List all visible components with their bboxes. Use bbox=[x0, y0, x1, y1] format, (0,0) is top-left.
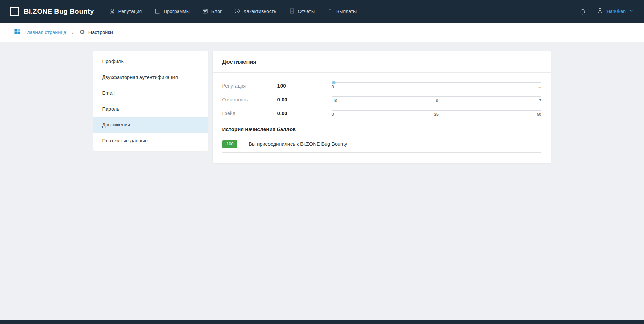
scale-max: 7 bbox=[537, 99, 541, 103]
nav-item-label: Выплаты bbox=[336, 9, 357, 14]
sidebar-item-achievements[interactable]: Достижения bbox=[93, 117, 208, 133]
breadcrumb: Главная страница › ⚙ Настройки bbox=[0, 23, 644, 42]
reporting-scale-slider: -10 0 7 bbox=[332, 96, 541, 103]
scale-min: 0 bbox=[332, 112, 336, 117]
hackactivity-icon bbox=[234, 8, 240, 15]
metric-label: Репутация bbox=[222, 83, 277, 89]
sidebar-item-email[interactable]: Email bbox=[93, 85, 208, 101]
metric-row-reputation: Репутация 100 0 ∞ bbox=[222, 82, 541, 89]
breadcrumb-current: ⚙ Настройки bbox=[79, 29, 113, 36]
breadcrumb-separator-icon: › bbox=[72, 29, 74, 35]
history-entry: 100 Вы присоединились к Bi.ZONE Bug Boun… bbox=[222, 140, 541, 153]
breadcrumb-current-label: Настройки bbox=[88, 30, 113, 35]
reports-icon bbox=[289, 8, 295, 15]
footer-bar bbox=[0, 320, 644, 324]
points-badge: 100 bbox=[222, 140, 238, 148]
metric-value: 0.00 bbox=[277, 97, 332, 102]
history-title: История начисления баллов bbox=[222, 126, 541, 132]
gear-icon: ⚙ bbox=[79, 29, 85, 36]
breadcrumb-home-label: Главная страница bbox=[24, 30, 66, 35]
sidebar-item-profile[interactable]: Профиль bbox=[93, 53, 208, 69]
slider-dot bbox=[332, 81, 336, 84]
notifications-bell-icon[interactable] bbox=[579, 8, 586, 15]
nav-item-label: Отчеты bbox=[298, 9, 315, 14]
sidebar-item-password[interactable]: Пароль bbox=[93, 101, 208, 117]
nav-item-label: Программы bbox=[163, 9, 190, 14]
scale-min: -10 bbox=[332, 99, 337, 103]
slider-scale: 0 25 50 bbox=[332, 112, 541, 117]
slider-track bbox=[332, 82, 541, 83]
history-entry-text: Вы присоединились к Bi.ZONE Bug Bounty bbox=[249, 141, 347, 147]
metric-value: 0.00 bbox=[277, 110, 332, 116]
slider-scale: -10 0 7 bbox=[332, 99, 541, 103]
main-navigation: Репутация Программы Блог Хакактивность bbox=[109, 8, 579, 15]
nav-item-programs[interactable]: Программы bbox=[154, 8, 190, 15]
scale-mid: 0 bbox=[435, 99, 439, 103]
user-name: Han0ken bbox=[606, 9, 626, 14]
scale-mid bbox=[434, 85, 439, 89]
user-menu[interactable]: Han0ken bbox=[597, 7, 634, 16]
metric-value: 100 bbox=[277, 83, 332, 89]
brand-title: BI.ZONE Bug Bounty bbox=[24, 8, 94, 16]
reputation-icon bbox=[109, 8, 115, 15]
blog-icon bbox=[202, 8, 208, 15]
sidebar-item-two-factor[interactable]: Двухфакторная аутентификация bbox=[93, 69, 208, 85]
achievements-panel: Достижения Репутация 100 0 ∞ bbox=[213, 51, 551, 163]
scale-max: 50 bbox=[537, 112, 541, 117]
chevron-down-icon bbox=[629, 8, 634, 14]
nav-item-label: Блог bbox=[211, 9, 222, 14]
brand-logo-link[interactable]: BI.ZONE Bug Bounty bbox=[10, 7, 94, 16]
slider-scale: 0 ∞ bbox=[332, 85, 541, 89]
nav-item-label: Хакактивность bbox=[243, 9, 276, 14]
slider-track bbox=[332, 110, 541, 111]
nav-item-hackactivity[interactable]: Хакактивность bbox=[234, 8, 276, 15]
points-history-section: История начисления баллов 100 Вы присоед… bbox=[222, 125, 541, 153]
sidebar-item-payment-details[interactable]: Платежные данные bbox=[93, 133, 208, 149]
payouts-icon bbox=[327, 8, 333, 15]
breadcrumb-home-link[interactable]: Главная страница bbox=[14, 28, 66, 37]
scale-mid: 25 bbox=[434, 112, 439, 117]
content-area: Профиль Двухфакторная аутентификация Ema… bbox=[93, 51, 551, 163]
top-navbar: BI.ZONE Bug Bounty Репутация Программы Б… bbox=[0, 0, 644, 23]
reputation-scale-slider: 0 ∞ bbox=[332, 82, 541, 89]
metric-label: Грейд bbox=[222, 111, 277, 116]
scale-min: 0 bbox=[332, 85, 336, 89]
slider-track bbox=[332, 96, 541, 97]
grade-scale-slider: 0 25 50 bbox=[332, 110, 541, 117]
nav-item-reputation[interactable]: Репутация bbox=[109, 8, 142, 15]
scale-max: ∞ bbox=[537, 85, 541, 89]
panel-title: Достижения bbox=[213, 51, 551, 73]
metric-label: Отчетность bbox=[222, 97, 277, 102]
bizone-logo-icon bbox=[10, 7, 19, 16]
nav-item-payouts[interactable]: Выплаты bbox=[327, 8, 357, 15]
user-avatar-icon bbox=[597, 7, 603, 16]
navbar-right: Han0ken bbox=[579, 7, 634, 16]
metric-row-grade: Грейд 0.00 0 25 50 bbox=[222, 110, 541, 117]
nav-item-reports[interactable]: Отчеты bbox=[289, 8, 315, 15]
metric-row-reporting: Отчетность 0.00 -10 0 7 bbox=[222, 96, 541, 103]
settings-sidebar: Профиль Двухфакторная аутентификация Ema… bbox=[93, 51, 208, 151]
home-grid-icon bbox=[14, 28, 21, 37]
panel-body: Репутация 100 0 ∞ От bbox=[213, 73, 551, 163]
nav-item-label: Репутация bbox=[118, 9, 142, 14]
page: BI.ZONE Bug Bounty Репутация Программы Б… bbox=[0, 0, 644, 324]
nav-item-blog[interactable]: Блог bbox=[202, 8, 222, 15]
programs-icon bbox=[154, 8, 160, 15]
